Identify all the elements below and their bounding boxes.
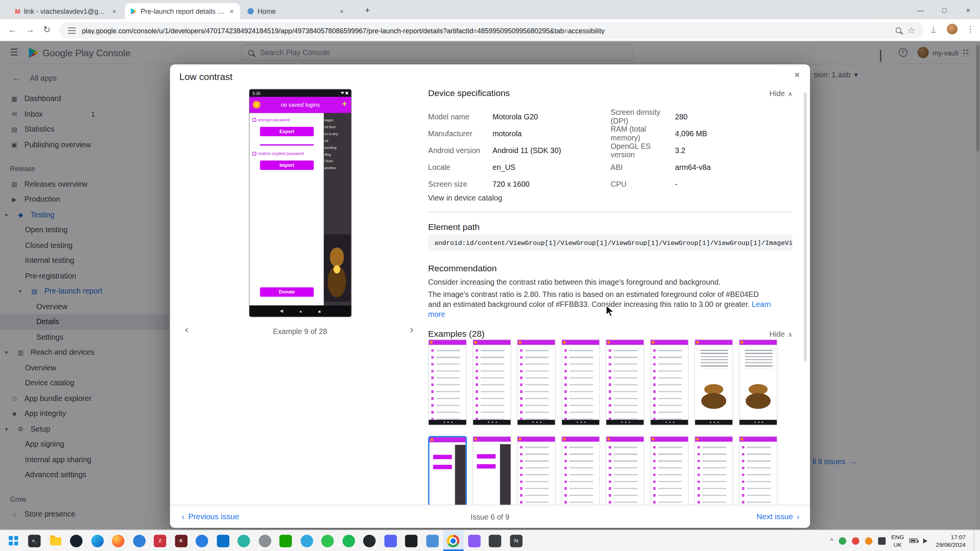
taskbar-icon-libreoffice[interactable] — [275, 530, 296, 551]
encrypt-password-checkbox: encrypt password — [253, 117, 290, 122]
downloads-icon[interactable]: ↓ — [931, 24, 936, 33]
qbittorrent-icon — [238, 535, 250, 547]
browser-profile-avatar[interactable] — [947, 24, 957, 34]
firefox-icon — [112, 535, 125, 547]
browser-menu-icon[interactable]: ⋮ — [966, 24, 974, 34]
drawer-divider — [260, 144, 314, 145]
taskbar-icon-7zip[interactable]: 7z — [506, 530, 527, 551]
taskbar-start-button[interactable] — [3, 530, 24, 551]
taskbar-icon-projector[interactable] — [485, 530, 506, 551]
taskbar-icon-obs[interactable] — [359, 530, 380, 551]
maximize-button[interactable]: □ — [933, 0, 956, 20]
examples-heading: Examples (28) — [428, 329, 484, 339]
phone-app-bar: no saved logins + — [249, 97, 351, 113]
battery-icon[interactable] — [910, 538, 918, 543]
taskbar-icon-steam[interactable] — [66, 530, 87, 551]
recommendation-text-2: The image's contrast ratio is 2.80. This… — [428, 289, 773, 319]
dialog-footer: ‹ Previous issue Issue 6 of 9 Next issue… — [170, 505, 810, 528]
example-thumbnail[interactable] — [694, 339, 733, 425]
browser-tab-prelaunch-report[interactable]: Pre-launch report details | my-... × — [125, 3, 240, 19]
taskbar-icon-terminal[interactable]: >_ — [24, 530, 45, 551]
taskbar-icon-phone-link[interactable] — [464, 530, 485, 551]
language-indicator[interactable]: ENG UK — [891, 533, 904, 548]
spec-row: CPU- — [611, 176, 792, 192]
spec-column-left: Model nameMotorola G20 Manufacturermotor… — [428, 108, 609, 192]
next-example-icon[interactable]: › — [410, 324, 413, 335]
taskbar-icon-spotify[interactable] — [338, 530, 359, 551]
taskbar-icon-konsole[interactable] — [401, 530, 422, 551]
section-divider — [428, 212, 792, 212]
example-thumbnail[interactable] — [694, 436, 733, 505]
defender-tray-icon[interactable] — [839, 537, 846, 544]
example-thumbnail[interactable] — [739, 339, 777, 425]
example-screenshot-preview: 5:16 no saved logins + nager. nd then ss… — [249, 89, 352, 318]
taskbar-clock[interactable]: 17:07 29/06/2024 — [936, 533, 966, 548]
example-thumbnail[interactable] — [561, 339, 600, 425]
browser-tab-gmail[interactable]: M link - viacheslavdev1@gmail.co... × — [10, 3, 122, 19]
taskbar-icon-qbittorrent[interactable] — [234, 530, 255, 551]
url-text[interactable]: play.google.com/console/u/1/developers/4… — [82, 26, 890, 34]
taskbar-icon-telegram[interactable] — [296, 530, 317, 551]
example-thumbnail[interactable] — [517, 339, 555, 425]
discord-icon — [384, 535, 397, 547]
reload-button[interactable]: ↻ — [39, 24, 54, 34]
taskbar-icon-safari[interactable] — [191, 530, 212, 551]
taskbar-icon-discord[interactable] — [380, 530, 401, 551]
zotero-icon: Z — [154, 535, 167, 547]
pen-tray-icon[interactable] — [878, 537, 886, 544]
address-bar[interactable]: play.google.com/console/u/1/developers/4… — [59, 22, 924, 39]
example-thumbnail[interactable] — [606, 339, 644, 425]
example-thumbnail[interactable] — [739, 436, 777, 505]
spec-row: Screen size720 x 1600 — [428, 176, 609, 192]
close-window-button[interactable]: × — [956, 0, 980, 20]
files-icon — [426, 535, 439, 547]
example-thumbnail[interactable] — [561, 436, 600, 505]
minimize-button[interactable]: — — [909, 0, 933, 20]
alert-tray-icon[interactable] — [852, 537, 859, 544]
tab-close-icon[interactable]: × — [338, 8, 345, 15]
hide-device-specs-link[interactable]: Hide ∧ — [769, 89, 792, 98]
example-thumbnail[interactable] — [606, 436, 644, 505]
taskbar-icon-gimp[interactable] — [254, 530, 275, 551]
view-in-device-catalog-link[interactable]: View in device catalog — [428, 194, 502, 202]
example-thumbnail[interactable] — [650, 339, 689, 425]
new-tab-button[interactable]: + — [361, 4, 374, 16]
example-thumbnail[interactable] — [472, 436, 511, 505]
tab-close-icon[interactable]: × — [229, 8, 235, 15]
taskbar-icon-kate[interactable]: K — [171, 530, 192, 551]
caret-up-icon: ∧ — [788, 331, 792, 337]
taskbar-icon-chrome[interactable] — [443, 530, 464, 551]
bookmark-star-icon[interactable]: ☆ — [908, 26, 915, 35]
show-desktop-button[interactable] — [974, 530, 978, 551]
example-thumbnail[interactable] — [650, 436, 689, 505]
next-issue-link[interactable]: Next issue › — [756, 512, 799, 521]
update-tray-icon[interactable] — [865, 537, 872, 544]
projector-icon — [489, 535, 501, 547]
site-settings-icon[interactable] — [68, 27, 76, 33]
back-button[interactable]: ← — [5, 24, 20, 34]
taskbar-icon-firefox[interactable] — [108, 530, 129, 551]
chrome-icon — [447, 535, 460, 547]
dialog-scrollbar[interactable] — [804, 93, 807, 361]
taskbar-icon-zotero[interactable]: Z — [150, 530, 171, 551]
browser-tab-home[interactable]: Home × — [242, 3, 350, 19]
taskbar-icon-vscode[interactable] — [212, 530, 234, 551]
spec-row: Android versionAndroid 11 (SDK 30) — [428, 142, 609, 159]
taskbar-icon-whatsapp[interactable] — [317, 530, 338, 551]
taskbar-icon-thunderbird[interactable] — [129, 530, 150, 551]
volume-icon[interactable] — [923, 538, 930, 543]
taskbar-icon-file-explorer[interactable] — [45, 530, 66, 551]
example-thumbnail[interactable] — [428, 339, 467, 425]
tray-chevron-icon[interactable]: ^ — [830, 537, 833, 544]
example-thumbnail[interactable] — [472, 339, 511, 425]
example-thumbnail[interactable] — [517, 436, 555, 505]
example-thumbnail-selected[interactable] — [428, 436, 467, 505]
tab-close-icon[interactable]: × — [111, 8, 118, 15]
forward-button[interactable]: → — [23, 24, 38, 34]
taskbar-icon-files[interactable] — [422, 530, 443, 551]
hide-examples-link[interactable]: Hide ∧ — [769, 330, 792, 339]
add-icon: + — [342, 99, 347, 109]
zoom-icon[interactable] — [896, 28, 902, 33]
compass-browser-icon — [196, 535, 208, 547]
taskbar-icon-edge[interactable] — [87, 530, 108, 551]
